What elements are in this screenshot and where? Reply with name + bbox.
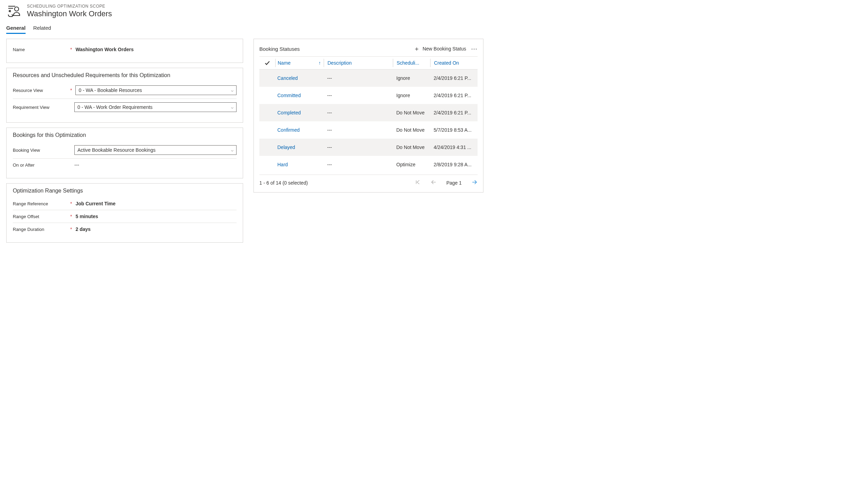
- chevron-down-icon: ⌵: [231, 105, 233, 110]
- svg-point-3: [15, 7, 19, 11]
- table-row[interactable]: Completed---Do Not Move2/4/2019 6:21 P..…: [259, 104, 478, 121]
- cell-description: ---: [324, 110, 393, 115]
- more-commands-button[interactable]: ⋯: [471, 45, 478, 53]
- cell-description: ---: [324, 127, 393, 133]
- resource-view-label: Resource View: [13, 88, 68, 93]
- name-card: Name * Washington Work Orders: [6, 39, 243, 63]
- form-header: SCHEDULING OPTIMIZATION SCOPE Washington…: [6, 3, 483, 19]
- name-field-label: Name: [13, 47, 68, 52]
- cell-created-on: 2/4/2019 6:21 P...: [430, 110, 478, 115]
- column-header-description[interactable]: Description: [324, 59, 393, 67]
- range-reference-label: Range Reference: [13, 201, 68, 206]
- cell-scheduling: Do Not Move: [393, 144, 430, 150]
- page-indicator: Page 1: [446, 180, 462, 186]
- cell-description: ---: [324, 93, 393, 98]
- table-row[interactable]: Delayed---Do Not Move4/24/2019 4:31 ...: [259, 139, 478, 156]
- bookings-card: Bookings for this Optimization Booking V…: [6, 128, 243, 178]
- form-tabs: General Related: [6, 25, 483, 34]
- table-row[interactable]: Committed---Ignore2/4/2019 6:21 P...: [259, 87, 478, 104]
- chevron-down-icon: ⌵: [231, 88, 233, 93]
- bookings-card-title: Bookings for this Optimization: [13, 132, 237, 138]
- cell-name[interactable]: Confirmed: [275, 127, 324, 133]
- plus-icon: ＋: [414, 45, 420, 53]
- table-row[interactable]: Confirmed---Do Not Move5/7/2019 8:53 A..…: [259, 121, 478, 139]
- sort-ascending-icon: ↑: [318, 60, 321, 66]
- resource-view-value: 0 - WA - Bookable Resources: [78, 87, 142, 93]
- required-indicator: *: [68, 201, 75, 206]
- range-card-title: Optimization Range Settings: [13, 188, 237, 194]
- cell-name[interactable]: Completed: [275, 110, 324, 115]
- cell-name[interactable]: Canceled: [275, 75, 324, 81]
- requirement-view-dropdown[interactable]: 0 - WA - Work Order Requirements ⌵: [74, 102, 237, 112]
- cell-created-on: 4/24/2019 4:31 ...: [430, 144, 478, 150]
- required-indicator: *: [68, 214, 75, 219]
- entity-icon: [6, 3, 21, 19]
- cell-created-on: 2/8/2019 9:28 A...: [430, 162, 478, 167]
- requirement-view-label: Requirement View: [13, 105, 68, 110]
- record-count-label: 1 - 6 of 14 (0 selected): [259, 180, 308, 186]
- range-duration-label: Range Duration: [13, 227, 68, 232]
- cell-created-on: 2/4/2019 6:21 P...: [430, 93, 478, 98]
- range-duration-value[interactable]: 2 days: [75, 226, 237, 232]
- page-title: Washington Work Orders: [27, 9, 112, 18]
- on-or-after-label: On or After: [13, 162, 68, 168]
- column-header-created-on[interactable]: Created On: [430, 59, 478, 67]
- column-header-scheduling[interactable]: Scheduli...: [393, 59, 430, 67]
- column-header-name[interactable]: Name ↑: [275, 59, 324, 67]
- cell-description: ---: [324, 144, 393, 150]
- resources-card: Resources and Unscheduled Requirements f…: [6, 68, 243, 123]
- required-indicator: *: [68, 87, 75, 93]
- cell-description: ---: [324, 75, 393, 81]
- range-card: Optimization Range Settings Range Refere…: [6, 183, 243, 243]
- cell-scheduling: Do Not Move: [393, 127, 430, 133]
- chevron-down-icon: ⌵: [231, 148, 233, 152]
- select-all-column[interactable]: [259, 60, 275, 66]
- table-row[interactable]: Hard---Optimize2/8/2019 9:28 A...: [259, 156, 478, 173]
- booking-view-dropdown[interactable]: Active Bookable Resource Bookings ⌵: [74, 145, 237, 155]
- new-booking-status-label: New Booking Status: [423, 46, 466, 52]
- required-indicator: *: [68, 226, 75, 232]
- tab-general[interactable]: General: [6, 25, 26, 34]
- first-page-button[interactable]: [415, 179, 421, 187]
- requirement-view-value: 0 - WA - Work Order Requirements: [77, 104, 153, 110]
- booking-view-label: Booking View: [13, 148, 68, 153]
- booking-view-value: Active Bookable Resource Bookings: [77, 147, 156, 153]
- next-page-button[interactable]: [471, 179, 478, 187]
- range-offset-value[interactable]: 5 minutes: [75, 214, 237, 219]
- grid-column-headers: Name ↑ Description Scheduli... Created O…: [259, 56, 478, 69]
- name-field-value[interactable]: Washington Work Orders: [75, 47, 237, 52]
- prev-page-button[interactable]: [431, 179, 437, 187]
- cell-created-on: 5/7/2019 8:53 A...: [430, 127, 478, 133]
- entity-type-label: SCHEDULING OPTIMIZATION SCOPE: [27, 4, 112, 9]
- cell-scheduling: Do Not Move: [393, 110, 430, 115]
- cell-scheduling: Optimize: [393, 162, 430, 167]
- range-offset-label: Range Offset: [13, 214, 68, 219]
- cell-scheduling: Ignore: [393, 75, 430, 81]
- cell-name[interactable]: Delayed: [275, 144, 324, 150]
- tab-related[interactable]: Related: [33, 25, 51, 34]
- grid-body: Canceled---Ignore2/4/2019 6:21 P...Commi…: [259, 69, 478, 173]
- booking-statuses-subgrid: Booking Statuses ＋ New Booking Status ⋯: [253, 39, 483, 193]
- new-booking-status-button[interactable]: ＋ New Booking Status: [414, 45, 466, 53]
- resources-card-title: Resources and Unscheduled Requirements f…: [13, 72, 237, 78]
- cell-name[interactable]: Committed: [275, 93, 324, 98]
- cell-scheduling: Ignore: [393, 93, 430, 98]
- range-reference-value[interactable]: Job Current Time: [75, 201, 237, 206]
- cell-description: ---: [324, 162, 393, 167]
- on-or-after-value[interactable]: ---: [74, 162, 237, 168]
- resource-view-dropdown[interactable]: 0 - WA - Bookable Resources ⌵: [75, 85, 237, 95]
- subgrid-title: Booking Statuses: [259, 46, 300, 52]
- cell-name[interactable]: Hard: [275, 162, 324, 167]
- cell-created-on: 2/4/2019 6:21 P...: [430, 75, 478, 81]
- table-row[interactable]: Canceled---Ignore2/4/2019 6:21 P...: [259, 69, 478, 87]
- required-indicator: *: [68, 47, 75, 52]
